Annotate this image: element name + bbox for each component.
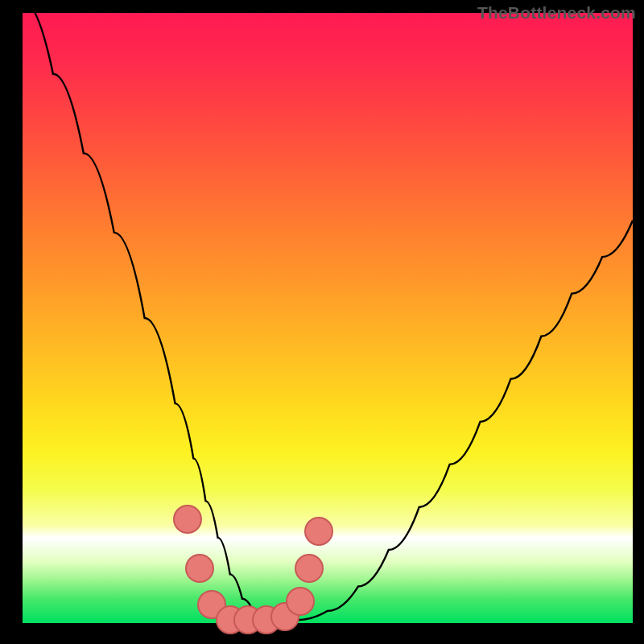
curve-marker [304, 517, 333, 546]
curve-marker [173, 505, 202, 534]
curve-marker [295, 554, 324, 583]
chart-plot-area [23, 13, 633, 623]
curve-markers [23, 13, 633, 623]
watermark-text: TheBottleneck.com [477, 3, 636, 23]
curve-marker [286, 587, 315, 616]
curve-marker [185, 554, 214, 583]
